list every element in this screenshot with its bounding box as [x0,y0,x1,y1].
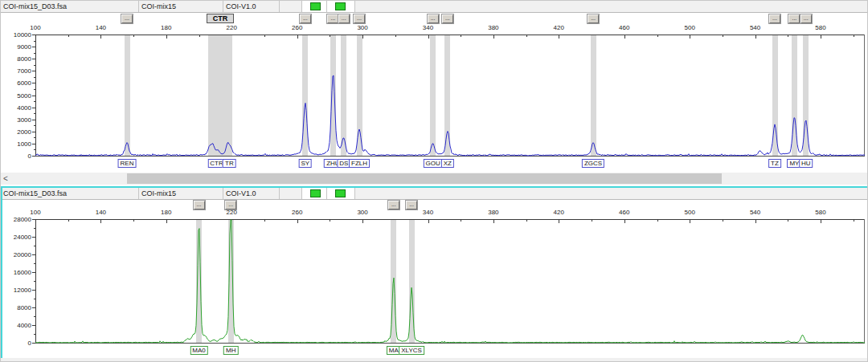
y-axis-tick-label: 0 [1,153,31,160]
marker-options-button[interactable]: ... [788,14,800,23]
scroll-left-arrow-icon[interactable]: < [3,173,8,185]
y-axis-tick-label: 0 [1,340,31,347]
sample-header-row-bottom: COI-mix15_D03.fsa COI-mix15 COI-V1.0 [1,188,868,200]
enabled-checkbox[interactable] [310,189,321,197]
panel-name-cell[interactable]: COI-mix15 [139,188,223,199]
x-axis-tick-label: 420 [554,24,564,31]
x-axis-tick-label: 100 [30,24,40,31]
marker-options-button[interactable]: ... [406,201,417,209]
x-axis-tick-label: 180 [161,24,171,31]
marker-header-box[interactable]: CTR [207,14,234,23]
y-axis-tick-label: 8000 [1,304,31,311]
x-axis-tick-label: 540 [750,209,760,216]
y-axis-tick-label: 2000 [1,128,31,136]
peak-label: FZLH [349,159,370,168]
genotyping-app-window: COI-mix15_D03.fsa COI-mix15 COI-V1.0 100… [0,0,868,362]
x-axis-tick-label: 500 [685,209,695,216]
panel-version-cell[interactable]: COI-V1.0 [223,188,280,199]
marker-options-button[interactable]: ... [800,14,812,23]
x-axis-tick-label: 380 [488,209,498,216]
x-axis-tick-label: 300 [357,24,367,31]
x-axis-tick-label: 340 [423,24,433,31]
y-axis-tick-label: 20000 [1,251,31,258]
enabled-checkbox[interactable] [335,189,346,197]
marker-options-button[interactable]: ... [300,14,311,23]
y-axis-tick-label: 3000 [1,116,31,124]
empty-cell [355,1,868,12]
x-axis-tick-label: 140 [96,24,106,31]
footer-strip [1,358,868,362]
empty-cell [355,188,868,199]
panel-name-cell[interactable]: COI-mix15 [139,1,223,12]
x-axis-tick-label: 340 [423,209,433,216]
y-axis-tick-label: 12000 [1,287,31,294]
selected-panel-accent [1,188,2,358]
y-axis-tick-label: 8000 [1,55,31,63]
y-axis-tick-label: 4000 [1,104,31,112]
horizontal-scrollbar[interactable]: < [1,173,868,185]
enabled-checkbox[interactable] [310,2,321,10]
y-axis-tick-label: 16000 [1,269,31,276]
x-axis-tick-label: 500 [685,24,695,31]
peak-label: REN [118,159,137,168]
marker-options-button[interactable]: ... [354,14,365,23]
checkbox-cell [302,188,327,199]
peak-label: SY [298,159,312,168]
checkbox-cell [327,1,355,12]
x-axis-tick-label: 460 [619,24,629,31]
peak-label: GOU [423,159,442,168]
electropherogram-panel-top: COI-mix15_D03.fsa COI-mix15 COI-V1.0 100… [1,1,868,173]
empty-cell [280,188,302,199]
y-axis-tick-label: 5000 [1,92,31,100]
x-axis-tick-label: 540 [750,24,760,31]
checkbox-cell [302,1,327,12]
enabled-checkbox[interactable] [335,2,346,10]
y-axis-tick-label: 28000 [1,216,31,223]
sample-file-cell[interactable]: COI-mix15_D03.fsa [1,188,139,199]
x-axis-tick-label: 100 [30,209,40,216]
x-axis-tick-label: 380 [488,24,498,31]
bottom-electropherogram-green-dye-trace [35,219,865,344]
y-axis-tick-label: 1000 [1,140,31,148]
checkbox-cell [327,188,355,199]
x-axis-tick-label: 260 [292,24,302,31]
marker-options-button[interactable]: ... [442,14,453,23]
marker-options-button[interactable]: ... [121,14,133,23]
x-axis-tick-label: 180 [161,209,171,216]
marker-options-button[interactable]: ... [338,14,350,23]
x-axis-tick-label: 580 [815,209,825,216]
x-axis-tick-label: 260 [292,209,302,216]
y-axis-tick-label: 6000 [1,79,31,87]
sample-header-row-top: COI-mix15_D03.fsa COI-mix15 COI-V1.0 [1,1,868,13]
y-axis-tick-label: 7000 [1,67,31,75]
panel-version-cell[interactable]: COI-V1.0 [223,1,280,12]
y-axis-tick-label: 9000 [1,43,31,51]
peak-label: TZ [768,159,781,168]
x-axis-tick-label: 300 [357,209,367,216]
top-electropherogram-blue-dye-trace [35,35,865,157]
peak-label: TR [223,159,236,168]
sample-file-cell[interactable]: COI-mix15_D03.fsa [1,1,139,12]
x-axis-tick-label: 580 [815,24,825,31]
x-axis-tick-label: 460 [619,209,629,216]
x-axis-tick-label: 140 [96,209,106,216]
electropherogram-panel-bottom: COI-mix15_D03.fsa COI-mix15 COI-V1.0 100… [1,188,868,358]
x-axis-tick-label: 220 [227,209,237,216]
peak-label: ZGCS [582,159,604,168]
peak-label: HU [799,159,813,168]
empty-cell [280,1,302,12]
peak-label: MA0 [190,346,207,355]
marker-options-button[interactable]: ... [588,14,599,23]
marker-options-button[interactable]: ... [769,14,780,23]
marker-options-button[interactable]: ... [225,201,236,209]
peak-label: XLYCS [399,346,424,355]
peak-label: XZ [441,159,454,168]
y-axis-tick-label: 24000 [1,234,31,241]
marker-options-button[interactable]: ... [327,14,338,23]
marker-options-button[interactable]: ... [388,201,399,209]
y-axis-tick-label: 10000 [1,31,31,39]
marker-options-button[interactable]: ... [194,201,205,209]
y-axis-tick-label: 4000 [1,322,31,329]
scrollbar-thumb[interactable] [127,173,722,184]
marker-options-button[interactable]: ... [428,14,439,23]
